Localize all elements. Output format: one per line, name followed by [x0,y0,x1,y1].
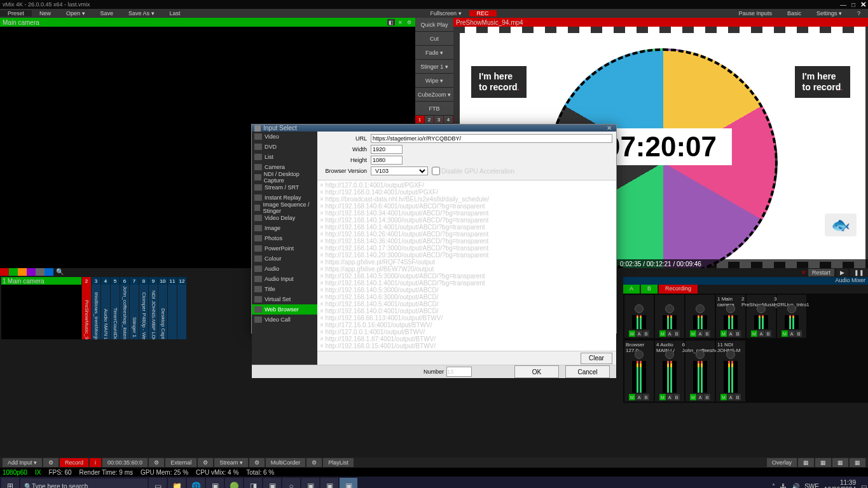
history-item[interactable]: × http://192.168.140.17:3000/output/ABCD… [320,245,614,252]
menu-fullscreen[interactable]: Fullscreen ▾ [423,10,469,17]
foot-right-btn[interactable]: ▦ [815,458,831,467]
preview-opt-icon[interactable]: ✕ [396,19,404,25]
history-item[interactable]: × http://192.168.140.20:3000/output/ABCD… [320,252,614,259]
channel-6[interactable]: 6 John_coffeeshoMAB [685,341,715,402]
history-item[interactable]: × http://192.168.140.6:4001/output/ABCD/… [320,203,614,210]
palette-blue[interactable] [45,268,53,276]
app-icon-2[interactable]: 🟢 [225,478,243,488]
tray-up-icon[interactable]: ˄ [772,483,775,489]
history-item[interactable]: × http://192.168.140.1:4001/output/ABCD/… [320,224,614,231]
app-icon-3[interactable]: ▣ [263,478,281,488]
gear-icon[interactable] [696,350,705,359]
cat-powerpoint[interactable]: PowerPoint [252,243,317,254]
foot--[interactable]: ⚙ [249,458,265,467]
cat-dvd[interactable]: DVD [252,142,317,152]
taskview-icon[interactable]: ▭ [149,478,167,488]
foot--[interactable]: ⚙ [43,458,59,467]
browser-select[interactable]: V103 [371,166,428,175]
gear-icon[interactable] [665,350,674,359]
preview-gear-icon[interactable]: ⚙ [405,19,413,25]
menu-rec[interactable]: REC [469,10,497,17]
history-item[interactable]: × http://192.168.66.113:4001/output/BTWV… [320,315,614,322]
trans-cubezoom[interactable]: CubeZoom ▾ [415,88,453,102]
foot--[interactable]: 00:00:35:60:0 [102,458,148,467]
overlay-2[interactable]: 2 [425,116,434,123]
channel-[interactable]: MAB [685,295,715,338]
width-input[interactable] [371,145,403,154]
tray-vol-icon[interactable]: 🔊 [792,483,799,489]
menu-open[interactable]: Open ▾ [59,10,93,17]
url-history-list[interactable]: × http://127.0.0.1:4001/output/PGXF/× ht… [317,180,616,351]
dialog-close-icon[interactable]: ✕ [605,125,614,132]
trans-quickplay[interactable]: Quick Play [415,18,453,32]
minimize-icon[interactable]: ― [840,1,846,8]
history-item[interactable]: × http://127.0.0.1:4001/output/PGXF/ [320,182,614,189]
gear-icon[interactable] [696,304,705,313]
mixer-tab-rec[interactable]: Recording [659,285,698,294]
cat-photos[interactable]: Photos [252,233,317,243]
channel-[interactable]: MAB [624,295,654,338]
mixer-tab-a[interactable]: A [623,285,640,294]
gear-icon[interactable] [787,304,796,313]
menu-help[interactable]: ? [850,10,868,17]
history-item[interactable]: × https://app.gfxlive.pl/BEW7W20/output [320,266,614,273]
history-item[interactable]: × http://192.168.140.14:3000/output/ABCD… [320,217,614,224]
menu-last[interactable]: Last [162,10,188,17]
overlay-3[interactable]: 3 [434,116,444,123]
overlay-4[interactable]: 4 [444,116,453,123]
mixer-tab-b[interactable]: B [641,285,658,294]
gear-icon[interactable] [665,304,674,313]
history-item[interactable]: × http://192.168.0.140:4001/output/PGXF/ [320,189,614,196]
foot-external[interactable]: External [165,458,196,467]
channel-Browser 127.0.[interactable]: Browser 127.0.MAB [624,341,654,402]
cat-virtual-set[interactable]: Virtual Set [252,294,317,304]
foot-multicorder[interactable]: MultiCorder [266,458,306,467]
vmix-icon[interactable]: ▣ [340,478,357,488]
gear-icon[interactable] [757,304,766,313]
mixer-pause-icon[interactable]: ❚❚ [850,269,868,276]
palette-red[interactable] [0,268,9,276]
menu-new[interactable]: New [32,10,59,17]
height-input[interactable] [371,156,403,165]
history-item[interactable]: × https://broadcast-data.nhl.tv/BEL/s2e4… [320,196,614,203]
menu-pause-inputs[interactable]: Pause Inputs [731,10,780,17]
foot--[interactable]: ⚙ [307,458,322,467]
trans-ftb[interactable]: FTB [415,102,453,116]
cat-audio[interactable]: Audio [252,264,317,274]
history-item[interactable]: × http://192.168.0.15:4001/output/BTWV/ [320,342,614,349]
menu-basic[interactable]: Basic [780,10,809,17]
history-item[interactable]: × http://192.168.140.26:4001/output/ABCD… [320,231,614,238]
program-close-icon[interactable]: ✕ [860,0,867,9]
channel-11[interactable]: 11 NDI JOHNS-MMAB [716,341,745,402]
history-item[interactable]: × http://192.168.140.5:4001/output/ABCD/ [320,301,614,308]
palette-search-icon[interactable]: 🔍 [53,268,66,276]
foot-record[interactable]: Record [60,458,88,467]
mixer-play-icon[interactable]: ▶ [836,269,848,276]
dialog-titlebar[interactable]: Input Select ✕ [252,125,616,132]
menu-saveas[interactable]: Save As ▾ [121,10,162,17]
ok-button[interactable]: OK [514,365,559,378]
tray-net-icon[interactable]: 🖧 [780,483,787,489]
gpu-checkbox[interactable]: Disable GPU Acceleration [432,166,514,175]
cat-colour[interactable]: Colour [252,254,317,264]
history-item[interactable]: × http://192.168.1.87:4001/output/BTWV/ [320,336,614,342]
gear-icon[interactable] [635,304,644,313]
foot-stream-[interactable]: Stream ▾ [214,458,248,467]
foot-add-input-[interactable]: Add Input ▾ [3,458,42,467]
overlay-1[interactable]: 1 [415,116,425,123]
cat-video-delay[interactable]: Video Delay [252,213,317,223]
cat-video-call[interactable]: Video Call [252,315,317,325]
menu-settings[interactable]: Settings ▾ [809,10,850,17]
maximize-icon[interactable]: □ [851,1,855,8]
history-item[interactable]: × https://app.gfxlive.pl/RQF74S5F/output [320,259,614,266]
foot-playlist[interactable]: PlayList [323,458,354,467]
foot-right-btn[interactable]: ▦ [832,458,848,467]
cat-ndi-desktop-capture[interactable]: NDI / Desktop Capture [252,172,317,182]
trans-stinger[interactable]: Stinger 1 ▾ [415,60,453,74]
gear-icon[interactable] [635,350,644,359]
url-input[interactable] [371,134,612,143]
app-icon-4[interactable]: ▣ [301,478,319,488]
history-item[interactable]: × http://192.168.140.6:3000/output/ABCD/ [320,294,614,301]
cat-web-browser[interactable]: Web Browser [252,304,317,315]
history-item[interactable]: × http://127.0.0.1:4001/output/BTWV/ [320,329,614,336]
